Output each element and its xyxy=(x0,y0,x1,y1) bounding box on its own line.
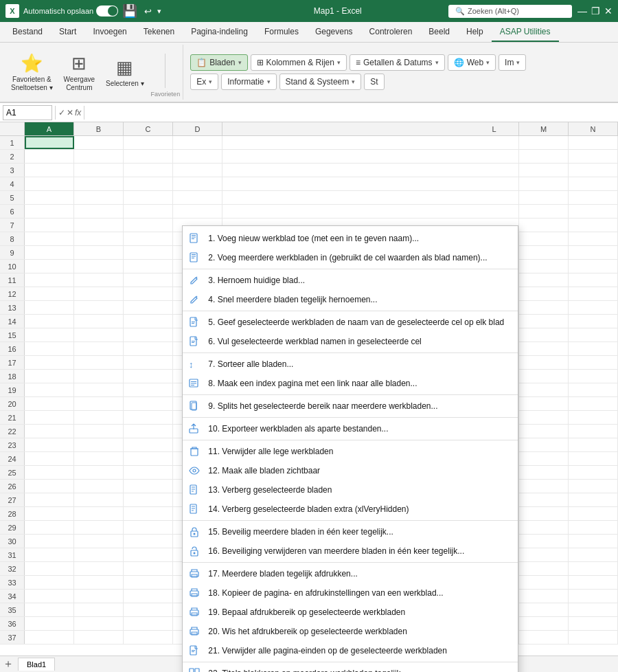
dropdown-item-11[interactable]: 11. Verwijder alle lege werkbladen xyxy=(183,442,518,461)
cell-a14[interactable] xyxy=(25,315,74,328)
cell-n4[interactable] xyxy=(569,177,618,190)
cell-n22[interactable] xyxy=(569,425,618,438)
cell-m12[interactable] xyxy=(519,287,569,300)
cell-b28[interactable] xyxy=(74,507,124,520)
cell-c2[interactable] xyxy=(124,150,173,163)
cell-c13[interactable] xyxy=(124,301,173,314)
cell-n5[interactable] xyxy=(569,191,618,204)
cell-c29[interactable] xyxy=(124,521,173,534)
cell-b21[interactable] xyxy=(74,411,124,424)
quick-access-dropdown[interactable]: ▾ xyxy=(157,7,161,16)
cell-d2[interactable] xyxy=(173,150,222,163)
cell-m16[interactable] xyxy=(519,342,569,355)
cell-a2[interactable] xyxy=(25,150,74,163)
cell-n20[interactable] xyxy=(569,397,618,410)
autosave-toggle[interactable] xyxy=(96,5,118,16)
cell-c33[interactable] xyxy=(124,576,173,589)
cell-a26[interactable] xyxy=(25,480,74,493)
tab-asap-utilities[interactable]: ASAP Utilities xyxy=(492,23,559,42)
cell-l6[interactable] xyxy=(470,205,519,218)
cell-m18[interactable] xyxy=(519,370,569,383)
cell-d3[interactable] xyxy=(173,164,222,177)
dropdown-item-16[interactable]: 16. Beveiliging verwijderen van meerdere… xyxy=(183,541,518,561)
im-dropdown-button[interactable]: Im ▾ xyxy=(499,54,526,71)
cell-a13[interactable] xyxy=(25,301,74,314)
tab-gegevens[interactable]: Gegevens xyxy=(307,23,361,42)
undo-icon[interactable]: ↩ xyxy=(144,6,152,16)
cell-a27[interactable] xyxy=(25,493,74,506)
cell-c35[interactable] xyxy=(124,603,173,616)
cell-m17[interactable] xyxy=(519,356,569,369)
cell-m1[interactable] xyxy=(519,136,569,149)
dropdown-item-8[interactable]: 8. Maak een index pagina met een link na… xyxy=(183,374,518,393)
info-dropdown-button[interactable]: Informatie ▾ xyxy=(221,74,276,90)
cell-b12[interactable] xyxy=(74,287,124,300)
cell-d6[interactable] xyxy=(173,205,222,218)
cell-c25[interactable] xyxy=(124,466,173,479)
col-header-c[interactable]: C xyxy=(124,122,173,135)
cell-a31[interactable] xyxy=(25,548,74,561)
cell-m10[interactable] xyxy=(519,260,569,273)
cell-c5[interactable] xyxy=(124,191,173,204)
cell-l1[interactable] xyxy=(470,136,519,149)
cell-l5[interactable] xyxy=(470,191,519,204)
systeem-dropdown-button[interactable]: Stand & Systeem ▾ xyxy=(279,74,362,90)
cell-c19[interactable] xyxy=(124,383,173,396)
cell-a18[interactable] xyxy=(25,370,74,383)
cell-a5[interactable] xyxy=(25,191,74,204)
add-sheet-button[interactable]: ＋ xyxy=(3,657,14,671)
cross-icon[interactable]: ✕ xyxy=(67,108,73,117)
cell-b2[interactable] xyxy=(74,150,124,163)
cell-n13[interactable] xyxy=(569,301,618,314)
cell-b27[interactable] xyxy=(74,493,124,506)
cell-a9[interactable] xyxy=(25,246,74,259)
cell-a34[interactable] xyxy=(25,590,74,603)
cell-l4[interactable] xyxy=(470,177,519,190)
cell-m19[interactable] xyxy=(519,383,569,396)
col-header-b[interactable]: B xyxy=(74,122,124,135)
cell-c37[interactable] xyxy=(124,631,173,644)
cell-m35[interactable] xyxy=(519,603,569,616)
cell-m33[interactable] xyxy=(519,576,569,589)
cell-n32[interactable] xyxy=(569,562,618,575)
cell-a12[interactable] xyxy=(25,287,74,300)
cell-n17[interactable] xyxy=(569,356,618,369)
cell-m23[interactable] xyxy=(519,438,569,451)
cell-c36[interactable] xyxy=(124,617,173,630)
cell-c8[interactable] xyxy=(124,232,173,245)
cell-n15[interactable] xyxy=(569,328,618,341)
cell-a28[interactable] xyxy=(25,507,74,520)
cell-a16[interactable] xyxy=(25,342,74,355)
dropdown-item-9[interactable]: 9. Splits het geselecteerde bereik naar … xyxy=(183,396,518,416)
cell-b22[interactable] xyxy=(74,425,124,438)
cell-a21[interactable] xyxy=(25,411,74,424)
cell-b11[interactable] xyxy=(74,273,124,287)
dropdown-item-14[interactable]: 14. Verberg geselecteerde bladen extra (… xyxy=(183,500,518,519)
cell-m31[interactable] xyxy=(519,548,569,561)
cell-m7[interactable] xyxy=(519,219,569,232)
cell-b34[interactable] xyxy=(74,590,124,603)
close-button[interactable]: ✕ xyxy=(604,5,613,16)
col-header-l[interactable]: L xyxy=(470,122,519,135)
tab-pagina-indeling[interactable]: Pagina-indeling xyxy=(183,23,256,42)
cell-c9[interactable] xyxy=(124,246,173,259)
cell-c15[interactable] xyxy=(124,328,173,341)
cell-b37[interactable] xyxy=(74,631,124,644)
tab-tekenen[interactable]: Tekenen xyxy=(135,23,183,42)
dropdown-item-17[interactable]: 17. Meerdere bladen tegelijk afdrukken..… xyxy=(183,564,518,583)
cell-b16[interactable] xyxy=(74,342,124,355)
dropdown-item-7[interactable]: ↕ 7. Sorteer alle bladen... xyxy=(183,355,518,374)
cell-n1[interactable] xyxy=(569,136,618,149)
cell-c3[interactable] xyxy=(124,164,173,177)
cell-b19[interactable] xyxy=(74,383,124,396)
dropdown-item-6[interactable]: 6. Vul geselecteerde werkblad namen in g… xyxy=(183,332,518,351)
cell-n8[interactable] xyxy=(569,232,618,245)
cell-a25[interactable] xyxy=(25,466,74,479)
sheet-tab-1[interactable]: Blad1 xyxy=(18,658,55,671)
cell-a22[interactable] xyxy=(25,425,74,438)
save-icon[interactable]: 💾 xyxy=(122,3,137,19)
cell-m30[interactable] xyxy=(519,535,569,548)
dropdown-item-19[interactable]: 19. Bepaal afdrukbereik op geselecteerde… xyxy=(183,603,518,622)
cell-a36[interactable] xyxy=(25,617,74,630)
col-header-d[interactable]: D xyxy=(173,122,222,135)
